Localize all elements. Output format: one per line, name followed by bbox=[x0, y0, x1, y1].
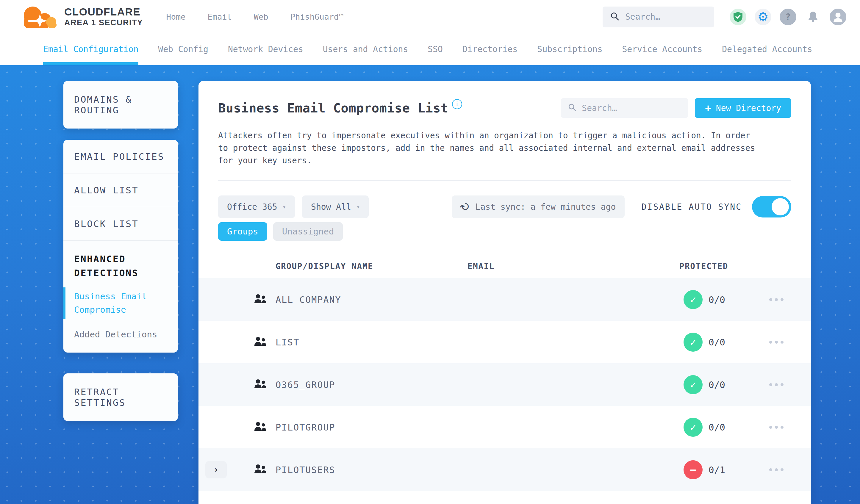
row-menu-icon[interactable] bbox=[769, 468, 784, 471]
global-search[interactable] bbox=[603, 6, 714, 27]
top-nav-phishguard[interactable]: PhishGuard™ bbox=[290, 12, 344, 21]
plus-icon: + bbox=[705, 103, 711, 113]
tab-service-accounts[interactable]: Service Accounts bbox=[622, 34, 703, 65]
top-nav-web[interactable]: Web bbox=[254, 12, 269, 21]
new-directory-label: New Directory bbox=[716, 103, 781, 113]
table-row: ALL COMPANY 0/0 bbox=[199, 278, 811, 321]
table-row: LIST 0/0 bbox=[199, 321, 811, 363]
settings-gear-icon[interactable]: ⚙ bbox=[755, 9, 771, 25]
group-people-icon bbox=[254, 379, 267, 391]
sidebar: DOMAINS & ROUTING EMAIL POLICIES ALLOW L… bbox=[63, 81, 178, 432]
tab-sso[interactable]: SSO bbox=[428, 34, 443, 65]
directory-select[interactable]: Office 365 ▾ bbox=[218, 196, 295, 218]
sidebar-item-block-list[interactable]: BLOCK LIST bbox=[63, 207, 178, 240]
sidebar-item-domains-routing[interactable]: DOMAINS & ROUTING bbox=[63, 81, 178, 129]
show-filter-select[interactable]: Show All ▾ bbox=[302, 196, 369, 218]
new-directory-button[interactable]: + New Directory bbox=[695, 98, 791, 118]
page-canvas: DOMAINS & ROUTING EMAIL POLICIES ALLOW L… bbox=[0, 65, 860, 504]
protected-count: 0/0 bbox=[708, 337, 725, 347]
tab-email-configuration[interactable]: Email Configuration bbox=[43, 34, 138, 65]
page-title: Business Email Compromise List bbox=[218, 101, 448, 115]
tab-network-devices[interactable]: Network Devices bbox=[228, 34, 303, 65]
top-nav-email[interactable]: Email bbox=[208, 12, 232, 21]
toggle-knob bbox=[772, 198, 789, 215]
config-subnav: Email Configuration Web Config Network D… bbox=[0, 34, 860, 65]
protected-count: 0/1 bbox=[708, 464, 725, 475]
expand-row-button[interactable]: › bbox=[205, 461, 227, 478]
table-row: O365_GROUP 0/0 bbox=[199, 363, 811, 406]
last-sync-status[interactable]: ↻ Last sync: a few minutes ago bbox=[452, 196, 625, 218]
group-name: PILOTUSERS bbox=[275, 464, 335, 475]
top-header: CLOUDFLARE AREA 1 SECURITY Home Email We… bbox=[0, 0, 860, 34]
account-avatar-icon[interactable] bbox=[830, 9, 846, 25]
top-nav: Home Email Web PhishGuard™ bbox=[166, 12, 344, 21]
sidebar-policies-card: EMAIL POLICIES ALLOW LIST BLOCK LIST ENH… bbox=[63, 140, 178, 352]
search-icon bbox=[610, 12, 619, 22]
tab-directories[interactable]: Directories bbox=[462, 34, 517, 65]
security-status-icon[interactable] bbox=[730, 9, 746, 25]
tab-groups[interactable]: Groups bbox=[218, 222, 267, 241]
row-menu-icon[interactable] bbox=[769, 383, 784, 386]
group-people-icon bbox=[254, 336, 267, 348]
column-header-protected: PROTECTED bbox=[679, 261, 728, 271]
info-icon[interactable]: i bbox=[452, 99, 462, 109]
sidebar-item-business-email-compromise[interactable]: Business Email Compromise bbox=[74, 290, 167, 317]
protected-count: 0/0 bbox=[708, 422, 725, 433]
protected-status-icon bbox=[684, 375, 703, 394]
group-tabs: Groups Unassigned bbox=[218, 222, 791, 241]
sidebar-item-email-policies[interactable]: EMAIL POLICIES bbox=[63, 140, 178, 173]
table-row: PILOTGROUP 0/0 bbox=[199, 406, 811, 448]
chevron-down-icon: ▾ bbox=[357, 203, 360, 210]
divider bbox=[218, 180, 791, 181]
protected-status-icon bbox=[684, 460, 703, 479]
brand-subtitle: AREA 1 SECURITY bbox=[64, 18, 143, 27]
chevron-down-icon: ▾ bbox=[283, 203, 286, 210]
table-header: GROUP/DISPLAY NAME EMAIL PROTECTED bbox=[199, 257, 811, 278]
group-name: PILOTGROUP bbox=[275, 422, 335, 432]
row-menu-icon[interactable] bbox=[769, 426, 784, 429]
tab-delegated-accounts[interactable]: Delegated Accounts bbox=[722, 34, 812, 65]
last-sync-text: Last sync: a few minutes ago bbox=[475, 202, 616, 212]
global-search-input[interactable] bbox=[625, 12, 706, 22]
help-icon[interactable]: ? bbox=[780, 9, 796, 25]
tab-web-config[interactable]: Web Config bbox=[158, 34, 208, 65]
top-nav-home[interactable]: Home bbox=[166, 12, 186, 21]
notifications-bell-icon[interactable] bbox=[805, 9, 821, 25]
protected-count: 0/0 bbox=[708, 294, 725, 305]
filter-row: Office 365 ▾ Show All ▾ ↻ Last sync: a f… bbox=[218, 196, 791, 218]
group-people-icon bbox=[254, 464, 267, 476]
group-name: ALL COMPANY bbox=[275, 294, 341, 305]
row-menu-icon[interactable] bbox=[769, 298, 784, 301]
title-actions: + New Directory bbox=[561, 98, 791, 118]
protected-status-icon bbox=[684, 290, 703, 309]
sidebar-item-added-detections[interactable]: Added Detections bbox=[74, 328, 167, 341]
enhanced-detections-heading: ENHANCED DETECTIONS bbox=[74, 252, 167, 280]
table-row: › PILOTUSERS 0/1 bbox=[199, 448, 811, 491]
cloudflare-logo[interactable]: CLOUDFLARE AREA 1 SECURITY bbox=[19, 3, 143, 31]
brand-name: CLOUDFLARE bbox=[64, 6, 143, 18]
protected-status-icon bbox=[684, 333, 703, 352]
tab-users-and-actions[interactable]: Users and Actions bbox=[323, 34, 408, 65]
sidebar-item-allow-list[interactable]: ALLOW LIST bbox=[63, 173, 178, 207]
group-people-icon bbox=[254, 294, 267, 305]
list-search-input[interactable] bbox=[582, 103, 681, 113]
group-name: LIST bbox=[275, 337, 299, 347]
column-header-name: GROUP/DISPLAY NAME bbox=[275, 261, 373, 271]
tab-unassigned[interactable]: Unassigned bbox=[273, 222, 343, 241]
groups-table: GROUP/DISPLAY NAME EMAIL PROTECTED ALL C… bbox=[199, 257, 811, 491]
header-right: ⚙ ? bbox=[603, 6, 846, 27]
search-icon bbox=[568, 103, 576, 113]
sidebar-section-enhanced-detections: ENHANCED DETECTIONS Business Email Compr… bbox=[63, 240, 178, 352]
sidebar-item-retract-settings[interactable]: RETRACT SETTINGS bbox=[63, 373, 178, 421]
page-description: Attackers often try to impersonate execu… bbox=[218, 129, 764, 167]
list-search[interactable] bbox=[561, 98, 688, 118]
row-menu-icon[interactable] bbox=[769, 341, 784, 344]
group-name: O365_GROUP bbox=[275, 379, 335, 390]
column-header-email: EMAIL bbox=[468, 261, 494, 271]
cloudflare-cloud-icon bbox=[19, 3, 58, 31]
title-row: Business Email Compromise List i + New D… bbox=[218, 98, 791, 118]
auto-sync-toggle[interactable] bbox=[752, 196, 791, 217]
protected-status-icon bbox=[684, 418, 703, 437]
auto-sync-label: DISABLE AUTO SYNC bbox=[641, 202, 742, 212]
tab-subscriptions[interactable]: Subscriptions bbox=[537, 34, 602, 65]
